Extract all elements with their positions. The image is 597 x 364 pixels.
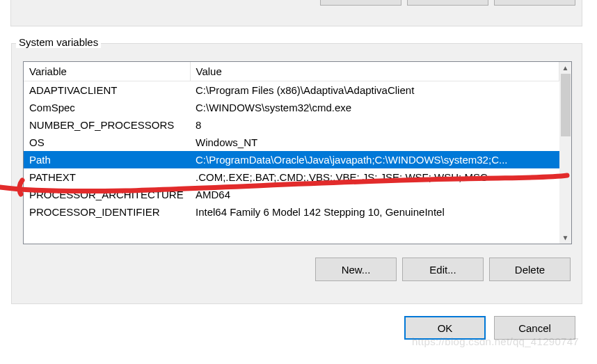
system-var-actions: New... Edit... Delete	[315, 258, 571, 281]
variable-name: OS	[24, 134, 190, 151]
column-header-value[interactable]: Value	[190, 62, 559, 81]
scrollbar[interactable]: ▲ ▼	[559, 62, 571, 244]
variable-value: Windows_NT	[190, 134, 559, 151]
system-variables-group: System variables Variable Value ADAPTIVA…	[11, 43, 582, 304]
variable-name: Path	[24, 151, 190, 168]
scroll-thumb[interactable]	[561, 74, 571, 136]
table-row[interactable]: NUMBER_OF_PROCESSORS8	[24, 116, 559, 134]
variable-name: PROCESSOR_IDENTIFIER	[24, 203, 190, 221]
scroll-up-icon[interactable]: ▲	[559, 62, 571, 74]
scroll-down-icon[interactable]: ▼	[559, 232, 571, 244]
variable-name: PATHEXT	[24, 168, 190, 186]
variable-name: ADAPTIVACLIENT	[24, 81, 190, 100]
variables-table: Variable Value ADAPTIVACLIENTC:\Program …	[23, 61, 572, 244]
cropped-button[interactable]	[407, 0, 488, 6]
column-header-variable[interactable]: Variable	[24, 62, 190, 81]
variable-value: 8	[190, 116, 559, 134]
variable-name: ComSpec	[24, 99, 190, 116]
cropped-button[interactable]	[494, 0, 575, 6]
edit-button[interactable]: Edit...	[402, 258, 484, 281]
new-button[interactable]: New...	[315, 258, 397, 281]
variable-value: C:\WINDOWS\system32\cmd.exe	[190, 99, 559, 116]
table-row[interactable]: OSWindows_NT	[24, 134, 559, 151]
watermark: https://blog.csdn.net/qq_41290747	[412, 335, 579, 347]
variable-value: .COM;.EXE;.BAT;.CMD;.VBS;.VBE;.JS;.JSE;.…	[190, 168, 559, 186]
variable-value: AMD64	[190, 186, 559, 203]
table-row[interactable]: PROCESSOR_ARCHITECTUREAMD64	[24, 186, 559, 203]
upper-button-row	[320, 0, 575, 6]
table-row[interactable]: ADAPTIVACLIENTC:\Program Files (x86)\Ada…	[24, 81, 559, 100]
table-row[interactable]: PROCESSOR_IDENTIFIERIntel64 Family 6 Mod…	[24, 203, 559, 221]
table-row[interactable]: PathC:\ProgramData\Oracle\Java\javapath;…	[24, 151, 559, 168]
table-row[interactable]: PATHEXT.COM;.EXE;.BAT;.CMD;.VBS;.VBE;.JS…	[24, 168, 559, 186]
variable-name: PROCESSOR_ARCHITECTURE	[24, 186, 190, 203]
variable-value: C:\Program Files (x86)\Adaptiva\Adaptiva…	[190, 81, 559, 100]
variable-name: NUMBER_OF_PROCESSORS	[24, 116, 190, 134]
delete-button[interactable]: Delete	[489, 258, 571, 281]
variable-value: C:\ProgramData\Oracle\Java\javapath;C:\W…	[190, 151, 559, 168]
variable-value: Intel64 Family 6 Model 142 Stepping 10, …	[190, 203, 559, 221]
cropped-button[interactable]	[320, 0, 401, 6]
group-title: System variables	[16, 36, 101, 48]
table-row[interactable]: ComSpecC:\WINDOWS\system32\cmd.exe	[24, 99, 559, 116]
